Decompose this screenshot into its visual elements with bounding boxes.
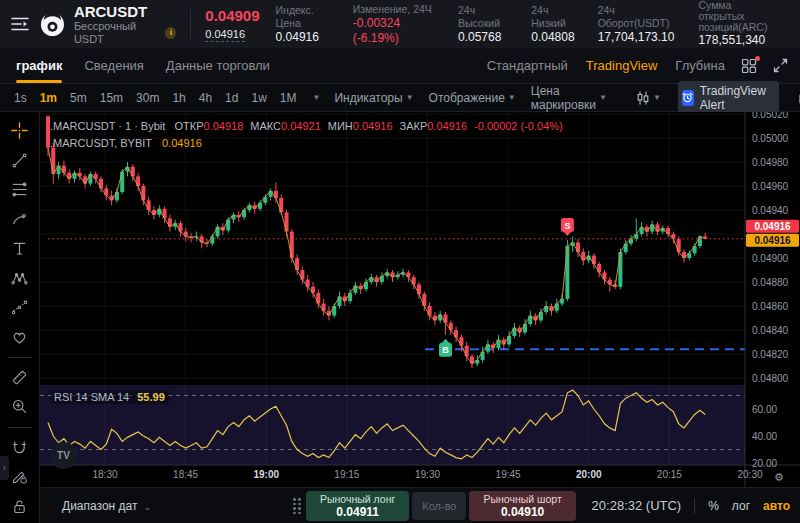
svg-text:0.04916: 0.04916	[754, 235, 791, 246]
mode-depth[interactable]: Глубина	[675, 58, 725, 73]
interval-1w[interactable]: 1w	[251, 91, 266, 105]
svg-text:0.04960: 0.04960	[752, 181, 789, 192]
projection-icon	[11, 299, 28, 316]
text-tool[interactable]	[6, 236, 34, 261]
tab-overview[interactable]: Сведения	[84, 48, 143, 83]
display-menu[interactable]: Отображение▼	[429, 91, 516, 105]
svg-text:0.04940: 0.04940	[752, 205, 789, 216]
tradingview-alert-button[interactable]: TradingView Alert	[678, 81, 779, 115]
crosshair-icon	[11, 122, 28, 139]
caret-down-icon: ⌄	[144, 502, 152, 512]
tab-chart[interactable]: график	[16, 48, 62, 83]
chart-area: BS0.050200.050000.049800.049600.049400.0…	[0, 112, 800, 523]
drawing-lock-tool[interactable]	[6, 464, 34, 489]
expand-chart-button[interactable]	[773, 58, 788, 73]
svg-text:0.05020: 0.05020	[752, 112, 789, 120]
legend-change: -0.00002 (-0.04%)	[474, 120, 563, 132]
legend-symbol: .MARCUSDT · 1 · Bybit	[50, 120, 165, 132]
svg-text:0.04860: 0.04860	[752, 301, 789, 312]
brush-icon	[11, 211, 28, 228]
axis-settings-gear-icon[interactable]: ⚙	[774, 471, 784, 483]
interval-15m[interactable]: 15m	[100, 91, 123, 105]
svg-text:0.04800: 0.04800	[752, 373, 789, 384]
interval-1d[interactable]: 1d	[225, 91, 238, 105]
crosshair-tool[interactable]	[6, 118, 34, 143]
measure-tool[interactable]	[6, 365, 34, 390]
svg-text:60.00: 60.00	[752, 404, 777, 415]
alarm-clock-icon	[682, 90, 694, 106]
trade-markers[interactable]: BS	[439, 218, 574, 357]
panel-collapse-handle[interactable]: ‹	[0, 456, 9, 480]
ruler-icon	[11, 369, 28, 386]
zoom-in-tool[interactable]	[6, 394, 34, 419]
magnet-tool[interactable]	[6, 435, 34, 460]
interval-30m[interactable]: 30m	[136, 91, 159, 105]
svg-text:0.04840: 0.04840	[752, 325, 789, 336]
percent-scale-button[interactable]: %	[708, 499, 719, 513]
svg-text:0.04916: 0.04916	[754, 221, 791, 232]
projection-tool[interactable]	[6, 295, 34, 320]
svg-text:B: B	[442, 345, 449, 355]
svg-text:19:00: 19:00	[253, 469, 279, 480]
svg-text:S: S	[564, 221, 570, 231]
pattern-icon	[11, 270, 28, 287]
multichart-layout-button[interactable]	[741, 58, 757, 74]
interval-1M[interactable]: 1M	[280, 91, 297, 105]
stat-high-24h: 24ч Высокий0.05768	[458, 4, 515, 45]
interval-1m[interactable]: 1m	[40, 91, 57, 105]
caret-down-icon: ▼	[653, 93, 661, 102]
stat-open-interest: Сумма открытых позиций(ARC)178,551,340	[698, 0, 774, 48]
indicators-menu[interactable]: Индикаторы▼	[334, 91, 413, 105]
pencil-lock-icon	[11, 468, 28, 485]
quantity-button[interactable]: Кол-во	[412, 492, 466, 520]
interval-5m[interactable]: 5m	[70, 91, 87, 105]
lock-all-tool[interactable]	[6, 493, 34, 518]
trend-line-icon	[11, 152, 28, 169]
mark-price-menu[interactable]: Цена маркировки▼	[531, 84, 607, 112]
hamburger-icon	[11, 17, 29, 31]
chart-footer: Диапазон дат ⌄ Рыночный лонг 0.04911 Кол…	[40, 487, 800, 523]
market-long-button[interactable]: Рыночный лонг 0.04911	[306, 491, 409, 521]
interval-1s[interactable]: 1s	[14, 91, 27, 105]
mode-tradingview[interactable]: TradingView	[586, 58, 658, 73]
time-axis[interactable]: 18:3018:4519:0019:1519:3019:4520:0020:15…	[92, 469, 762, 480]
svg-text:20.00: 20.00	[752, 458, 777, 469]
candle-style-menu[interactable]: ▼	[636, 91, 661, 105]
info-icon[interactable]: i	[165, 27, 176, 39]
svg-text:40.00: 40.00	[752, 431, 777, 442]
quick-trade-panel: Рыночный лонг 0.04911 Кол-во Рыночный шо…	[293, 491, 576, 521]
svg-text:20:15: 20:15	[657, 469, 682, 480]
rsi-legend[interactable]: RSI 14 SMA 1455.99	[50, 390, 169, 404]
chart-canvas[interactable]: BS0.050200.050000.049800.049600.049400.0…	[40, 112, 800, 487]
brush-tool[interactable]	[6, 206, 34, 231]
xabcd-pattern-tool[interactable]	[6, 265, 34, 290]
auto-scale-button[interactable]: авто	[763, 499, 790, 513]
favorites-tool[interactable]	[6, 324, 34, 349]
clock-utc[interactable]: 20:28:32 (UTC)	[592, 498, 682, 513]
index-series-legend[interactable]: .MARCUSDT, BYBIT0.04916	[50, 137, 202, 149]
mark-price: 0.04916	[205, 27, 245, 42]
divider	[190, 9, 191, 39]
stat-index-price: Индекс. Цена0.04916	[276, 4, 337, 45]
candlestick-icon	[636, 91, 650, 105]
interval-1h[interactable]: 1h	[172, 91, 185, 105]
svg-text:0.04820: 0.04820	[752, 349, 789, 360]
zoom-in-icon	[11, 398, 28, 415]
caret-down-icon: ▼	[406, 93, 414, 102]
tab-trading-data[interactable]: Данные торговли	[166, 48, 270, 83]
svg-text:19:45: 19:45	[496, 469, 521, 480]
expand-icon	[773, 58, 788, 73]
main-series-legend[interactable]: .MARCUSDT · 1 · Bybit ОТКР0.04918МАКС0.0…	[50, 120, 570, 132]
trend-line-tool[interactable]	[6, 147, 34, 172]
caret-down-icon[interactable]: ▼	[312, 93, 320, 102]
price-axis[interactable]: 0.050200.050000.049800.049600.049400.049…	[746, 112, 799, 469]
market-short-button[interactable]: Рыночный шорт 0.04910	[469, 491, 575, 521]
fib-retracement-tool[interactable]	[6, 177, 34, 202]
log-scale-button[interactable]: лог	[732, 499, 750, 513]
markets-menu-button[interactable]	[8, 11, 32, 37]
symbol-name[interactable]: ARCUSDT	[74, 3, 177, 20]
date-range-button[interactable]: Диапазон дат ⌄	[62, 499, 151, 513]
mode-standard[interactable]: Стандартный	[487, 58, 568, 73]
interval-4h[interactable]: 4h	[199, 91, 212, 105]
drag-handle[interactable]	[293, 498, 301, 514]
